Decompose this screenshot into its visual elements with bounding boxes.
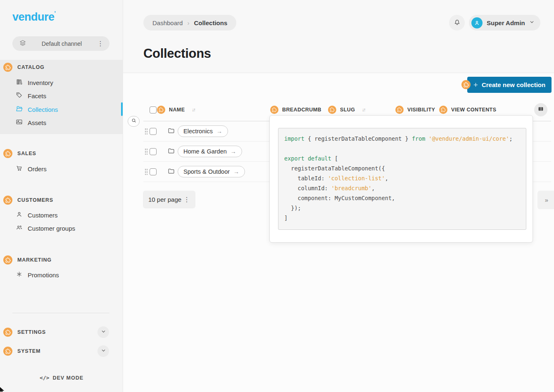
sidebar-section-customers: CUSTOMERS	[3, 196, 53, 205]
column-picker-button[interactable]	[534, 103, 547, 116]
sidebar-section-settings: SETTINGS	[3, 328, 46, 337]
sidebar-item-label: Facets	[28, 92, 46, 99]
dev-mode-label: DEV MODE	[52, 375, 83, 381]
settings-expand-button[interactable]	[97, 326, 109, 338]
collection-name: Sports & Outdoor	[183, 168, 230, 175]
system-expand-button[interactable]	[97, 345, 109, 357]
section-label-marketing: MARKETING	[17, 257, 52, 263]
table-search-button[interactable]	[128, 116, 140, 127]
section-label-settings: SETTINGS	[17, 329, 46, 335]
plus-icon: +	[473, 80, 478, 90]
mouse-cursor	[0, 387, 4, 392]
logo-text: vendure	[12, 11, 55, 23]
sidebar-item-label: Collections	[28, 106, 58, 113]
extension-point-icon[interactable]	[270, 106, 278, 114]
collection-link-chip[interactable]: Electronics →	[178, 125, 228, 137]
channel-selector[interactable]: Default channel ⋮	[12, 36, 109, 51]
layers-icon	[19, 39, 26, 48]
sidebar-item-customer-groups[interactable]: Customer groups	[16, 224, 75, 232]
row-checkbox[interactable]	[150, 148, 157, 155]
collection-name: Electronics	[183, 128, 213, 135]
vendure-logo[interactable]: vendure'	[12, 11, 55, 24]
column-header-view-contents[interactable]: VIEW CONTENTS	[439, 106, 496, 114]
extension-point-icon[interactable]	[328, 106, 336, 114]
user-menu[interactable]: Super Admin	[469, 15, 540, 31]
page-title: Collections	[143, 46, 211, 61]
promotion-star-icon	[16, 271, 23, 279]
breadcrumb-dashboard-link[interactable]: Dashboard	[152, 19, 183, 26]
column-header-slug[interactable]: SLUG ↓↑	[328, 106, 365, 114]
user-name: Super Admin	[487, 19, 525, 26]
extension-point-icon[interactable]	[3, 63, 12, 72]
code-icon: </>	[40, 375, 49, 381]
extension-point-icon[interactable]	[3, 328, 12, 337]
library-icon	[16, 78, 23, 87]
column-header-name[interactable]: NAME ↓↑	[157, 106, 195, 114]
extension-point-icon[interactable]	[439, 106, 447, 114]
row-checkbox[interactable]	[150, 168, 157, 175]
column-label: VISIBILITY	[407, 107, 435, 113]
cart-icon	[16, 165, 23, 173]
columns-icon	[537, 106, 544, 114]
drag-handle[interactable]	[145, 168, 147, 175]
create-new-collection-button[interactable]: + Create new collection	[467, 77, 552, 93]
dev-mode-toggle[interactable]: </> DEV MODE	[0, 375, 123, 381]
sidebar-item-label: Customer groups	[28, 225, 75, 232]
drag-handle[interactable]	[145, 128, 147, 135]
sidebar-item-assets[interactable]: Assets	[16, 118, 46, 127]
folder-icon	[168, 127, 175, 136]
drag-handle[interactable]	[145, 148, 147, 155]
extension-point-icon[interactable]	[395, 106, 404, 114]
row-checkbox[interactable]	[150, 128, 157, 135]
code-snippet[interactable]: import { registerDataTableComponent } fr…	[278, 128, 526, 230]
breadcrumb-current: Collections	[194, 19, 227, 26]
logo-trademark: '	[55, 10, 56, 17]
sidebar-item-orders[interactable]: Orders	[16, 165, 47, 173]
extension-point-icon[interactable]	[3, 347, 12, 356]
image-icon	[16, 118, 23, 127]
extension-point-icon[interactable]	[157, 106, 165, 114]
active-item-indicator	[121, 102, 123, 116]
sidebar-item-inventory[interactable]: Inventory	[16, 78, 53, 87]
user-icon	[16, 211, 23, 219]
section-label-catalog: CATALOG	[17, 64, 45, 70]
extension-point-icon[interactable]	[3, 149, 12, 158]
sidebar-item-label: Customers	[28, 212, 58, 219]
chevron-down-icon	[101, 347, 106, 355]
sidebar: vendure' Default channel ⋮ CATALOG Inven…	[0, 0, 123, 392]
arrow-right-icon: →	[216, 128, 222, 135]
sidebar-item-label: Assets	[28, 119, 46, 126]
sidebar-section-catalog: CATALOG	[3, 63, 45, 72]
next-page-button[interactable]: »	[537, 191, 554, 209]
collection-link-chip[interactable]: Sports & Outdoor →	[178, 166, 245, 177]
page-header-band	[123, 0, 554, 73]
sidebar-divider	[12, 313, 109, 313]
sidebar-section-system: SYSTEM	[3, 347, 40, 356]
items-per-page-select[interactable]: 10 per page ⋮	[143, 191, 195, 208]
sidebar-item-label: Inventory	[28, 79, 53, 86]
chevron-down-icon	[101, 328, 106, 336]
users-icon	[16, 224, 23, 232]
sidebar-item-collections[interactable]: Collections	[16, 105, 58, 113]
chevron-down-icon	[529, 19, 535, 26]
collection-link-chip[interactable]: Home & Garden →	[178, 146, 242, 157]
extension-point-icon[interactable]	[3, 255, 12, 264]
app-window: vendure' Default channel ⋮ CATALOG Inven…	[0, 0, 554, 392]
sidebar-item-customers[interactable]: Customers	[16, 211, 58, 219]
column-header-visibility[interactable]: VISIBILITY	[395, 106, 435, 114]
sidebar-item-facets[interactable]: Facets	[16, 92, 46, 100]
extension-point-icon[interactable]	[3, 196, 12, 205]
arrow-right-icon: →	[233, 168, 239, 175]
column-header-breadcrumb[interactable]: BREADCRUMB	[270, 106, 321, 114]
kebab-menu-icon: ⋮	[183, 196, 190, 203]
notifications-button[interactable]	[449, 15, 465, 31]
sidebar-item-promotions[interactable]: Promotions	[16, 271, 59, 279]
avatar	[471, 17, 483, 28]
channel-menu-icon[interactable]: ⋮	[97, 40, 104, 47]
select-all-checkbox[interactable]	[150, 106, 157, 113]
tag-icon	[16, 92, 23, 100]
channel-name: Default channel	[26, 40, 97, 47]
extension-point-icon[interactable]	[461, 80, 471, 89]
sort-icon[interactable]: ↓↑	[192, 107, 195, 112]
sort-icon[interactable]: ↓↑	[362, 107, 365, 112]
